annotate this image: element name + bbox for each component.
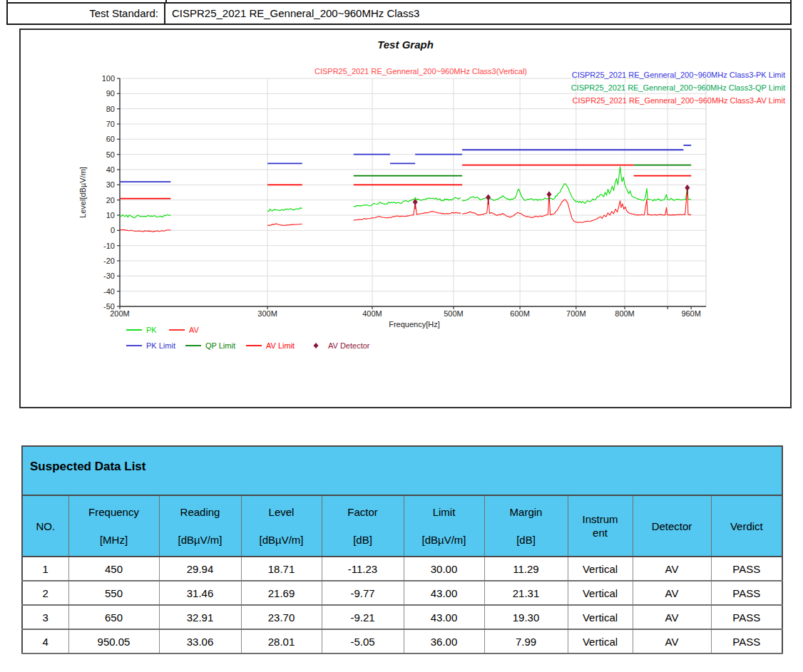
table-cell: 43.00 xyxy=(404,605,484,629)
y-tick-label: -50 xyxy=(103,302,115,311)
test-standard-table: Test Standard: CISPR25_2021 RE_Genneral_… xyxy=(6,0,792,25)
y-tick-label: 100 xyxy=(102,74,115,83)
legend-entry: CISPR25_2021 RE_Genneral_200~960MHz Clas… xyxy=(571,83,785,92)
table-cell: 29.94 xyxy=(159,557,241,581)
table-cell: PASS xyxy=(711,581,782,605)
table-cell: 30.00 xyxy=(404,557,484,581)
y-tick-label: 50 xyxy=(106,150,115,159)
x-tick-label: 400M xyxy=(362,309,382,318)
legend-label: AV Detector xyxy=(328,341,370,350)
suspected-data-list: Suspected Data List NO.Frequency[MHz]Rea… xyxy=(21,445,782,654)
column-header: Level[dBµV/m] xyxy=(241,495,322,557)
table-cell: 36.00 xyxy=(404,629,484,653)
legend-swatch-diamond xyxy=(314,343,319,348)
table-row: 4950.0533.0628.01-5.0536.007.99VerticalA… xyxy=(22,629,782,653)
table-title: Suspected Data List xyxy=(22,446,782,495)
table-title-row: Suspected Data List xyxy=(22,446,782,495)
table-cell: -5.05 xyxy=(322,629,404,653)
y-tick-label: 80 xyxy=(106,105,115,113)
column-header: NO. xyxy=(22,495,68,557)
y-tick-label: -10 xyxy=(103,242,115,250)
column-header: Margin[dB] xyxy=(484,495,568,557)
table-cell: 32.91 xyxy=(159,605,241,629)
y-tick-label: 40 xyxy=(106,165,115,174)
column-divider xyxy=(165,0,167,2)
table-cell: 3 xyxy=(22,605,68,629)
table-cell: AV xyxy=(633,581,711,605)
x-tick-label: 300M xyxy=(257,309,277,318)
test-graph-panel: Test Graph 200M300M400M500M600M700M800M9… xyxy=(19,29,792,408)
y-tick-label: 90 xyxy=(106,89,115,98)
y-tick-label: 30 xyxy=(106,180,115,189)
y-tick-label: 70 xyxy=(106,120,115,128)
column-header: Detector xyxy=(633,495,711,557)
column-header: Limit[dBµV/m] xyxy=(404,495,484,557)
table-cell: PASS xyxy=(711,629,782,653)
av-detector-marker xyxy=(546,191,551,197)
table-cell: 2 xyxy=(22,581,68,605)
table-row: 255031.4621.69-9.7743.0021.31VerticalAVP… xyxy=(22,581,782,605)
legend-label: PK xyxy=(146,326,157,334)
table-cell: Vertical xyxy=(568,581,633,605)
av-trace xyxy=(462,188,691,223)
table-cell: PASS xyxy=(711,557,782,581)
table-row: 145029.9418.71-11.2330.0011.29VerticalAV… xyxy=(22,557,782,581)
table-cell: 21.31 xyxy=(484,581,568,605)
table-cell: 33.06 xyxy=(159,629,241,653)
x-tick-label: 600M xyxy=(510,309,530,318)
table-cell: PASS xyxy=(711,605,782,629)
column-header: Factor[dB] xyxy=(322,495,404,557)
table-cell: 450 xyxy=(68,557,159,581)
table-cell: 18.71 xyxy=(241,557,322,581)
av-trace xyxy=(267,224,302,226)
x-axis-label: Frequency[Hz] xyxy=(389,320,440,329)
table-cell: Vertical xyxy=(568,629,633,653)
emc-spectrum-chart: 200M300M400M500M600M700M800M960M-50-40-3… xyxy=(21,30,790,407)
table-cell: 950.05 xyxy=(68,629,159,653)
y-tick-label: -30 xyxy=(103,272,115,280)
test-standard-value: CISPR25_2021 RE_Genneral_200~960MHz Clas… xyxy=(165,4,790,24)
av-trace xyxy=(120,229,170,232)
column-header: Frequency[MHz] xyxy=(68,495,159,557)
y-tick-label: 20 xyxy=(106,196,115,205)
table-header-row: NO.Frequency[MHz]Reading[dBµV/m]Level[dB… xyxy=(22,495,782,557)
legend-entry: CISPR25_2021 RE_Genneral_200~960MHz Clas… xyxy=(572,71,785,79)
chart-title: CISPR25_2021 RE_Genneral_200~960MHz Clas… xyxy=(314,67,527,76)
table-cell: 1 xyxy=(22,557,68,581)
y-axis-label: Level[dBµV/m] xyxy=(78,167,87,218)
pk-trace xyxy=(354,197,461,207)
table-cell: 4 xyxy=(22,629,68,653)
legend-label: AV Limit xyxy=(266,341,295,350)
table-cell: AV xyxy=(633,629,711,653)
table-row: 365032.9123.70-9.2143.0019.30VerticalAVP… xyxy=(22,605,782,629)
table-cell: 550 xyxy=(68,581,159,605)
table-cell: 23.70 xyxy=(241,605,322,629)
table-cell: AV xyxy=(633,557,711,581)
report-page: Test Standard: CISPR25_2021 RE_Genneral_… xyxy=(0,0,803,672)
table-cell: 31.46 xyxy=(159,581,241,605)
table-cell: 650 xyxy=(68,605,159,629)
x-tick-label: 700M xyxy=(566,309,586,318)
legend-label: QP Limit xyxy=(205,341,235,350)
legend-label: PK Limit xyxy=(146,341,175,350)
column-header: Instrum ent xyxy=(568,495,633,557)
test-standard-row: Test Standard: CISPR25_2021 RE_Genneral_… xyxy=(6,4,792,25)
suspected-data-table: Suspected Data List NO.Frequency[MHz]Rea… xyxy=(21,445,783,654)
table-cell: Vertical xyxy=(568,557,633,581)
column-header: Reading[dBµV/m] xyxy=(159,495,241,557)
table-cell: 43.00 xyxy=(404,581,484,605)
y-tick-label: -40 xyxy=(103,287,115,296)
legend-entry: CISPR25_2021 RE_Genneral_200~960MHz Clas… xyxy=(573,96,785,105)
x-tick-label: 800M xyxy=(615,309,635,318)
table-cell: Vertical xyxy=(568,605,633,629)
y-tick-label: -20 xyxy=(103,257,115,265)
y-tick-label: 60 xyxy=(106,135,115,143)
table-cell: -9.77 xyxy=(322,581,404,605)
x-tick-label: 960M xyxy=(681,309,701,318)
table-cell: 28.01 xyxy=(241,629,322,653)
table-cell: 7.99 xyxy=(484,629,568,653)
table-cell: 21.69 xyxy=(241,581,322,605)
x-tick-label: 500M xyxy=(444,309,464,318)
pk-trace xyxy=(267,208,302,212)
table-cell: AV xyxy=(633,605,711,629)
